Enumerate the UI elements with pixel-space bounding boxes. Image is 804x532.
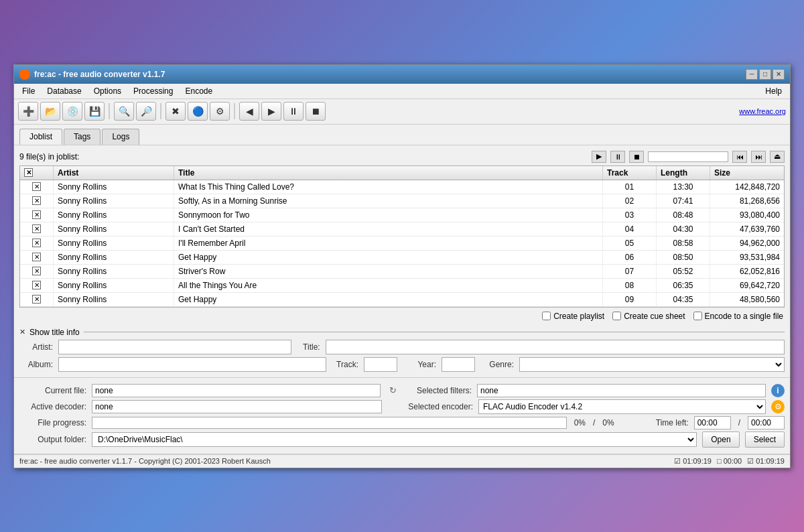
- table-row[interactable]: ✕ Sonny Rollins Striver's Row 07 05:52 6…: [20, 265, 784, 279]
- row-checkbox-cell: ✕: [20, 237, 54, 250]
- table-body: ✕ Sonny Rollins What Is This Thing Calle…: [20, 180, 784, 307]
- create-cue-option[interactable]: Create cue sheet: [612, 312, 685, 321]
- config-button[interactable]: ⚙: [210, 102, 230, 121]
- stop-ctrl-btn[interactable]: ⏹: [629, 151, 644, 163]
- section-line: [84, 332, 785, 332]
- close-button[interactable]: ✕: [773, 69, 785, 80]
- play-ctrl-btn[interactable]: ▶: [592, 151, 606, 163]
- table-row[interactable]: ✕ Sonny Rollins All the Things You Are 0…: [20, 279, 784, 293]
- table-row[interactable]: ✕ Sonny Rollins Softly, As in a Morning …: [20, 194, 784, 208]
- refresh-icon[interactable]: ↻: [386, 384, 399, 397]
- last-btn[interactable]: ⏭: [751, 151, 766, 163]
- app-icon: [19, 69, 30, 80]
- row-size-5: 93,531,984: [710, 251, 784, 264]
- col-header-title[interactable]: Title: [174, 166, 603, 180]
- website-link[interactable]: www.freac.org: [739, 107, 786, 115]
- maximize-button[interactable]: □: [759, 69, 771, 80]
- time-left-input2: [748, 416, 785, 429]
- row-artist-1: Sonny Rollins: [54, 194, 174, 208]
- row-checkbox-8[interactable]: ✕: [32, 295, 41, 304]
- first-btn[interactable]: ⏮: [732, 151, 747, 163]
- table-row[interactable]: ✕ Sonny Rollins I Can't Get Started 04 0…: [20, 222, 784, 237]
- table-row[interactable]: ✕ Sonny Rollins Get Happy 06 08:50 93,53…: [20, 251, 784, 265]
- table-header: ✕ Artist Title Track Length Size: [20, 166, 784, 180]
- row-checkbox-7[interactable]: ✕: [32, 281, 41, 289]
- col-header-artist[interactable]: Artist: [54, 166, 174, 180]
- row-checkbox-2[interactable]: ✕: [32, 210, 41, 219]
- info-button[interactable]: 🔵: [188, 102, 208, 121]
- search-button[interactable]: 🔍: [114, 102, 134, 121]
- album-input[interactable]: [58, 357, 326, 372]
- show-title-info-toggle[interactable]: ✕ Show title info: [19, 328, 80, 337]
- separator-3: [234, 103, 235, 119]
- menu-file[interactable]: File: [17, 85, 40, 97]
- col-header-size[interactable]: Size: [710, 166, 784, 180]
- col-header-length[interactable]: Length: [657, 166, 710, 180]
- play-button[interactable]: ▶: [261, 102, 281, 121]
- row-checkbox-6[interactable]: ✕: [32, 267, 41, 275]
- tab-joblist[interactable]: Joblist: [19, 129, 62, 145]
- row-length-4: 08:58: [657, 237, 710, 250]
- status-text: fre:ac - free audio converter v1.1.7 - C…: [19, 457, 271, 465]
- progress-pct2: 0%: [602, 418, 614, 427]
- table-row[interactable]: ✕ Sonny Rollins I'll Remember April 05 0…: [20, 237, 784, 251]
- row-checkbox-1[interactable]: ✕: [32, 196, 41, 205]
- title-input[interactable]: [326, 340, 785, 354]
- stop-button[interactable]: ⏹: [306, 102, 326, 121]
- file-progress-label: File progress:: [19, 418, 86, 427]
- row-track-2: 03: [603, 208, 657, 222]
- encode-single-option[interactable]: Encode to a single file: [693, 312, 783, 321]
- cd-button[interactable]: 💿: [62, 102, 82, 121]
- row-checkbox-4[interactable]: ✕: [32, 239, 41, 247]
- select-button[interactable]: Select: [745, 431, 785, 448]
- add-files-button[interactable]: ➕: [18, 102, 38, 121]
- track-label: Track:: [332, 360, 358, 369]
- table-row[interactable]: ✕ Sonny Rollins What Is This Thing Calle…: [20, 180, 784, 194]
- pause-ctrl-btn[interactable]: ⏸: [610, 151, 625, 163]
- menu-options[interactable]: Options: [88, 85, 127, 97]
- menu-encode[interactable]: Encode: [180, 85, 218, 97]
- table-row[interactable]: ✕ Sonny Rollins Sonnymoon for Two 03 08:…: [20, 208, 784, 222]
- row-length-7: 06:35: [657, 279, 710, 292]
- col-header-track[interactable]: Track: [603, 166, 657, 180]
- open-folder-button[interactable]: 📂: [40, 102, 60, 121]
- create-playlist-checkbox[interactable]: [542, 312, 551, 320]
- minimize-button[interactable]: ─: [746, 69, 758, 80]
- open-button[interactable]: Open: [702, 431, 739, 448]
- toolbar-left: ➕ 📂 💿 💾 🔍 🔎 ✖ 🔵 ⚙ ◀ ▶ ⏸ ⏹: [18, 102, 326, 121]
- track-input[interactable]: [364, 357, 397, 372]
- row-checkbox-3[interactable]: ✕: [32, 224, 41, 233]
- select-all-checkbox[interactable]: ✕: [24, 168, 33, 177]
- encoder-settings-icon[interactable]: ⚙: [771, 400, 785, 413]
- row-checkbox-0[interactable]: ✕: [32, 182, 41, 191]
- menu-processing[interactable]: Processing: [128, 85, 178, 97]
- year-input[interactable]: [442, 357, 475, 372]
- genre-select[interactable]: [519, 357, 785, 372]
- tab-tags[interactable]: Tags: [64, 129, 100, 145]
- output-folder-select[interactable]: D:\OneDrive\MusicFlac\: [92, 432, 697, 447]
- artist-label: Artist:: [19, 342, 53, 352]
- table-row[interactable]: ✕ Sonny Rollins Get Happy 09 04:35 48,58…: [20, 293, 784, 307]
- artist-input[interactable]: [58, 340, 291, 354]
- prev-button[interactable]: ◀: [239, 102, 259, 121]
- pause-button[interactable]: ⏸: [283, 102, 304, 121]
- create-playlist-option[interactable]: Create playlist: [542, 312, 604, 321]
- col-header-checkbox[interactable]: ✕: [20, 166, 54, 180]
- save-button[interactable]: 💾: [84, 102, 105, 121]
- encode-single-checkbox[interactable]: [693, 312, 702, 320]
- menu-database[interactable]: Database: [42, 85, 86, 97]
- row-title-1: Softly, As in a Morning Sunrise: [174, 194, 603, 208]
- row-checkbox-5[interactable]: ✕: [32, 253, 41, 261]
- title-info-row1: Artist: Title:: [19, 340, 785, 354]
- checked-icon-1: ☑: [674, 457, 681, 466]
- clear-button[interactable]: ✖: [165, 102, 186, 121]
- search2-button[interactable]: 🔎: [136, 102, 156, 121]
- info-circle-icon[interactable]: i: [771, 384, 785, 397]
- show-title-icon: ✕: [19, 328, 25, 336]
- create-cue-checkbox[interactable]: [612, 312, 621, 320]
- row-checkbox-cell: ✕: [20, 222, 54, 236]
- tab-logs[interactable]: Logs: [102, 129, 139, 145]
- eject-btn[interactable]: ⏏: [770, 151, 785, 163]
- menu-help[interactable]: Help: [760, 85, 787, 97]
- encoder-select[interactable]: FLAC Audio Encoder v1.4.2: [478, 399, 766, 414]
